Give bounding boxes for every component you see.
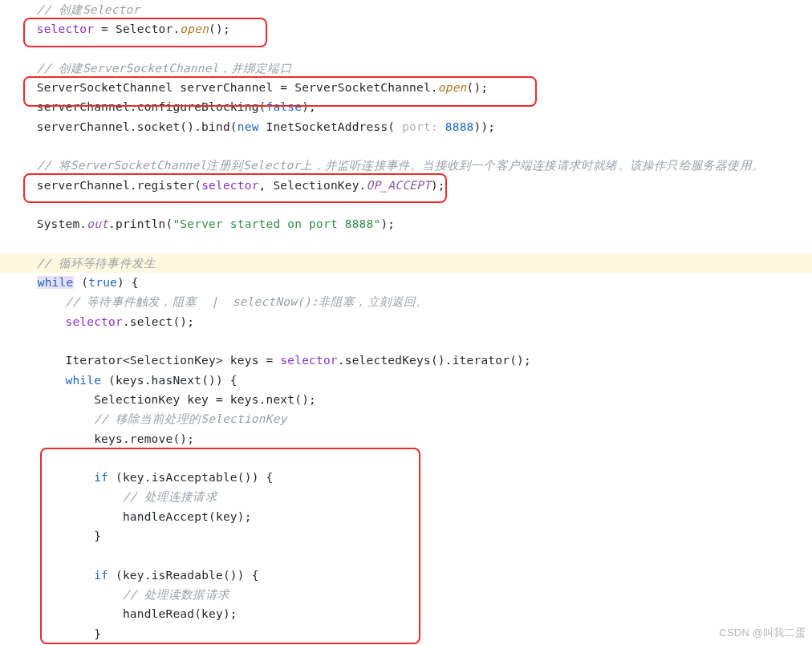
comment: // 循环等待事件发生: [37, 257, 156, 270]
text: (key.isReadable()) {: [108, 569, 259, 582]
text: handleAccept(key);: [123, 510, 252, 523]
text: (key.isAcceptable()) {: [108, 471, 273, 484]
text: SelectionKey key = keys.next();: [94, 393, 316, 406]
const-op-accept: OP_ACCEPT: [367, 179, 431, 192]
comment: // 等待事件触发，阻塞 | selectNow():非阻塞，立刻返回。: [65, 295, 428, 308]
text: , SelectionKey.: [259, 179, 367, 192]
text: System.: [37, 217, 87, 230]
text: = Selector.: [94, 22, 180, 35]
ident-selector: selector: [280, 354, 337, 367]
text: handleRead(key);: [123, 607, 238, 620]
text: (: [74, 276, 88, 289]
kw-if: if: [94, 471, 108, 484]
code-block: // 创建Selector selector = Selector.open()…: [0, 0, 812, 643]
text: ));: [474, 120, 496, 133]
ident-out: out: [87, 217, 108, 230]
ident-selector: selector: [37, 22, 94, 35]
brace: }: [94, 529, 101, 542]
text: .println(: [108, 217, 173, 230]
text: ServerSocketChannel serverChannel = Serv…: [37, 81, 438, 94]
text: (keys.hasNext()) {: [101, 374, 238, 387]
text: ();: [467, 81, 489, 94]
text: Iterator<SelectionKey> keys =: [65, 354, 280, 367]
watermark: CSDN @叫我二蛋: [719, 626, 806, 640]
highlight-line: // 循环等待事件发生: [0, 254, 812, 273]
comment: // 将ServerSocketChannel注册到Selector上，并监听连…: [37, 159, 764, 172]
kw-if: if: [94, 569, 108, 582]
kw-true: true: [88, 276, 117, 289]
text: .selectedKeys().iterator();: [338, 354, 531, 367]
text: ) {: [117, 276, 139, 289]
string: "Server started on port 8888": [173, 217, 380, 230]
param-hint: port:: [395, 120, 445, 133]
ident-selector: selector: [201, 179, 258, 192]
kw-while: while: [65, 374, 101, 387]
kw-false: false: [266, 100, 302, 113]
comment: // 处理读数据请求: [123, 588, 229, 601]
text: ();: [209, 22, 230, 35]
comment: // 移除当前处理的SelectionKey: [94, 412, 286, 425]
comment: // 处理连接请求: [123, 490, 217, 503]
text: );: [380, 217, 395, 230]
text: .select();: [123, 315, 194, 328]
method-open: open: [180, 22, 209, 35]
comment: // 创建Selector: [37, 3, 140, 16]
text: );: [431, 179, 445, 192]
method-open: open: [438, 81, 467, 94]
kw-while: while: [37, 276, 75, 289]
brace: }: [94, 627, 101, 640]
text: keys.remove();: [94, 432, 194, 445]
ident-selector: selector: [65, 315, 122, 328]
text: serverChannel.register(: [37, 179, 201, 192]
text: serverChannel.socket().bind(: [37, 120, 238, 133]
text: serverChannel.configureBlocking(: [37, 100, 266, 113]
kw-new: new: [238, 120, 259, 133]
comment: // 创建ServerSocketChannel，并绑定端口: [37, 62, 292, 75]
number: 8888: [445, 120, 474, 133]
text: );: [302, 100, 316, 113]
text: InetSocketAddress(: [259, 120, 396, 133]
